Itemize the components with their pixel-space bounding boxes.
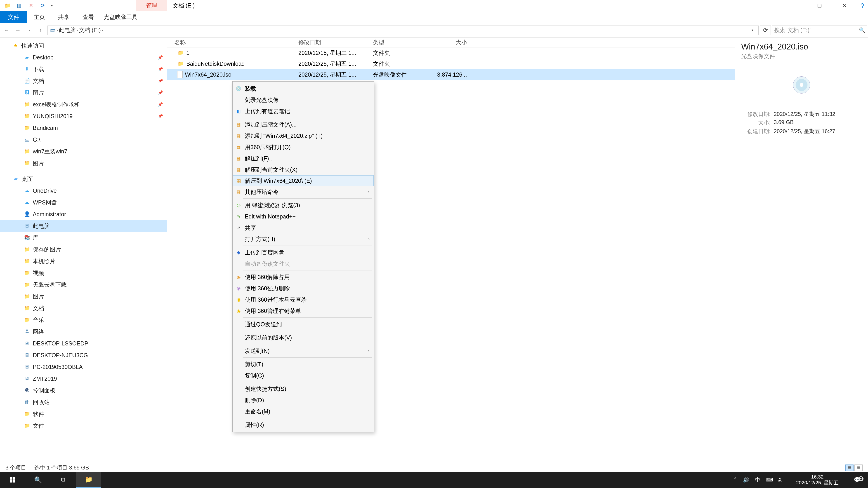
ctx-add-archive[interactable]: ▦添加到压缩文件(A)... <box>233 119 374 130</box>
tree-pictures-2[interactable]: 📁图片 <box>0 157 167 169</box>
ctx-extract-to[interactable]: ▦解压到(F)... <box>233 153 374 164</box>
qat-customize-dropdown[interactable]: ▾ <box>49 4 55 7</box>
tray-network-icon[interactable]: 🖧 <box>775 477 786 483</box>
ribbon-view[interactable]: 查看 <box>76 11 100 23</box>
ctx-open-with[interactable]: 打开方式(H)› <box>233 233 374 245</box>
tray-action-center[interactable]: 💬3 <box>849 477 865 483</box>
ctx-extract-here[interactable]: ▦解压到当前文件夹(X) <box>233 164 374 175</box>
minimize-button[interactable]: — <box>782 0 807 11</box>
view-details-button[interactable]: ☰ <box>845 464 854 471</box>
col-date[interactable]: 修改日期 <box>298 39 373 46</box>
nav-back[interactable]: ← <box>1 25 12 36</box>
chevron-right-icon[interactable]: › <box>57 28 58 32</box>
ctx-share[interactable]: ↗共享 <box>233 222 374 233</box>
ctx-mount[interactable]: 💿装载 <box>233 83 374 94</box>
nav-up[interactable]: ↑ <box>35 25 46 36</box>
breadcrumb-root[interactable]: 此电脑 <box>59 26 76 34</box>
address-bar[interactable]: 🖴 › 此电脑 › 文档 (E:) › ▾ <box>48 26 758 35</box>
ctx-rename[interactable]: 重命名(M) <box>233 406 374 417</box>
tree-admin[interactable]: 👤Administrator <box>0 208 167 220</box>
tray-volume-icon[interactable]: 🔊 <box>741 477 751 483</box>
tree-excel-folder[interactable]: 📁excel表格制作求和📌 <box>0 98 167 110</box>
ribbon-file[interactable]: 文件 <box>0 11 27 23</box>
taskbar-taskview[interactable]: ⧉ <box>51 472 76 488</box>
refresh-button[interactable]: ⟳ <box>760 26 771 35</box>
tree-camera-roll[interactable]: 📁本机照片 <box>0 255 167 267</box>
file-row[interactable]: 📁1 2020/12/15, 星期二 1... 文件夹 <box>167 47 735 58</box>
tree-lib-documents[interactable]: 📁文档 <box>0 302 167 314</box>
tree-videos[interactable]: 📁视频 <box>0 267 167 279</box>
ctx-360-virus-scan[interactable]: ◉使用 360进行木马云查杀 <box>233 294 374 305</box>
tree-nw-2[interactable]: 🖥DESKTOP-NJEU3CG <box>0 349 167 361</box>
tree-pictures[interactable]: 🖼图片📌 <box>0 87 167 98</box>
maximize-button[interactable]: ▢ <box>807 0 832 11</box>
tray-ime[interactable]: 中 <box>751 477 764 483</box>
tray-overflow[interactable]: ˄ <box>730 477 741 483</box>
tree-quick-access[interactable]: ★快速访问 <box>0 40 167 52</box>
ctx-create-shortcut[interactable]: 创建快捷方式(S) <box>233 383 374 394</box>
taskbar-search[interactable]: 🔍 <box>25 472 51 488</box>
col-name[interactable]: 名称 <box>167 39 298 46</box>
ctx-notepad[interactable]: ✎Edit with Notepad++ <box>233 211 374 222</box>
file-row[interactable]: 📁BaiduNetdiskDownload 2020/12/25, 星期五 1.… <box>167 58 735 69</box>
tree-libraries[interactable]: 📚库 <box>0 232 167 243</box>
chevron-right-icon[interactable]: › <box>102 28 103 32</box>
ctx-fengmi-browser[interactable]: ◎用 蜂蜜浏览器 浏览(3) <box>233 199 374 211</box>
ctx-cut[interactable]: 剪切(T) <box>233 359 374 370</box>
view-icons-button[interactable]: ▦ <box>855 464 863 471</box>
tree-software[interactable]: 📁软件 <box>0 408 167 420</box>
ctx-youdao[interactable]: ◧上传到有道云笔记 <box>233 105 374 117</box>
nav-forward[interactable]: → <box>12 25 24 36</box>
ctx-copy[interactable]: 复制(C) <box>233 370 374 381</box>
taskbar-explorer[interactable]: 📁 <box>76 472 101 488</box>
tree-lib-pictures[interactable]: 📁图片 <box>0 291 167 302</box>
navigation-tree[interactable]: ★快速访问 ▰Desktop📌 ⬇下载📌 📄文档📌 🖼图片📌 📁excel表格制… <box>0 37 167 463</box>
tray-ime-mode-icon[interactable]: ⌨ <box>764 477 775 483</box>
ctx-extract-named[interactable]: ▦解压到 Win7x64_2020\ (E) <box>233 175 374 186</box>
ctx-delete[interactable]: 删除(D) <box>233 394 374 406</box>
tree-gdrive[interactable]: 🖴G:\ <box>0 134 167 145</box>
qat-close-icon[interactable]: ✕ <box>25 0 37 11</box>
search-input[interactable]: 搜索"文档 (E:)" 🔍 <box>772 26 867 35</box>
tree-this-pc[interactable]: 🖥此电脑 <box>0 220 167 232</box>
ctx-open-360zip[interactable]: ▦用360压缩打开(Q) <box>233 141 374 153</box>
tree-yunqishi[interactable]: 📁YUNQISHI2019📌 <box>0 110 167 122</box>
ctx-other-compress[interactable]: ▦其他压缩命令› <box>233 186 374 197</box>
ctx-qq-send[interactable]: 通过QQ发送到 <box>233 319 374 330</box>
tree-files[interactable]: 📁文件 <box>0 420 167 431</box>
ctx-baidu-upload[interactable]: ◆上传到百度网盘 <box>233 247 374 258</box>
tree-control-panel[interactable]: 🛠控制面板 <box>0 385 167 396</box>
tree-onedrive[interactable]: ☁OneDrive <box>0 185 167 197</box>
tree-win7folder[interactable]: 📁win7重装win7 <box>0 145 167 157</box>
ctx-add-zip[interactable]: ▦添加到 "Win7x64_2020.zip" (T) <box>233 130 374 141</box>
tree-desktop[interactable]: ▰Desktop📌 <box>0 52 167 63</box>
ctx-360-force-delete[interactable]: ◉使用 360强力删除 <box>233 283 374 294</box>
ctx-send-to[interactable]: 发送到(N)› <box>233 345 374 357</box>
ctx-properties[interactable]: 属性(R) <box>233 419 374 430</box>
start-button[interactable] <box>0 472 25 488</box>
chevron-right-icon[interactable]: › <box>76 28 78 32</box>
close-button[interactable]: ✕ <box>832 0 857 11</box>
address-dropdown[interactable]: ▾ <box>748 28 756 32</box>
tree-bandicam[interactable]: 📁Bandicam <box>0 122 167 134</box>
tree-saved-pictures[interactable]: 📁保存的图片 <box>0 243 167 255</box>
tree-wps[interactable]: ☁WPS网盘 <box>0 197 167 208</box>
tree-downloads[interactable]: ⬇下载📌 <box>0 63 167 75</box>
tray-clock[interactable]: 16:32 2020/12/25, 星期五 <box>786 474 849 486</box>
ribbon-disc-tools[interactable]: 光盘映像工具 <box>100 11 141 23</box>
tree-desktop-section[interactable]: ▰桌面 <box>0 173 167 185</box>
tree-tianyi[interactable]: 📁天翼云盘下载 <box>0 279 167 291</box>
tree-nw-4[interactable]: 🖥ZMT2019 <box>0 373 167 385</box>
tree-network[interactable]: 🖧网络 <box>0 326 167 337</box>
tree-nw-3[interactable]: 🖥PC-20190530OBLA <box>0 361 167 373</box>
file-row-selected[interactable]: Win7x64_2020.iso 2020/12/25, 星期五 1... 光盘… <box>167 69 735 80</box>
tree-nw-1[interactable]: 🖥DESKTOP-LSSOEDP <box>0 337 167 349</box>
help-icon[interactable]: ? <box>857 0 868 11</box>
ctx-burn[interactable]: 刻录光盘映像 <box>233 94 374 105</box>
breadcrumb-current[interactable]: 文档 (E:) <box>79 26 101 34</box>
qat-redo-icon[interactable]: ⟳ <box>37 0 49 11</box>
ribbon-home[interactable]: 主页 <box>27 11 52 23</box>
col-size[interactable]: 大小 <box>434 39 472 46</box>
tree-recycle-bin[interactable]: 🗑回收站 <box>0 396 167 408</box>
tree-lib-music[interactable]: 📁音乐 <box>0 314 167 326</box>
